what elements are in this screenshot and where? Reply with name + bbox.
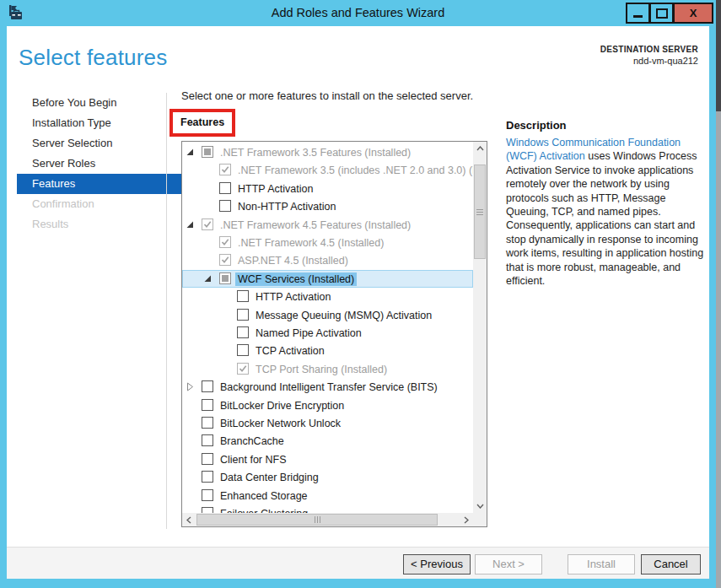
close-button[interactable]: X <box>674 3 713 24</box>
tree-item-enhanced-storage[interactable]: Enhanced Storage <box>182 487 473 504</box>
sidebar-divider <box>166 93 167 529</box>
tree-item-branchcache[interactable]: BranchCache <box>182 432 473 450</box>
checkbox-unchecked[interactable] <box>237 344 249 356</box>
destination-server-name: ndd-vm-qua212 <box>600 56 698 66</box>
checkbox-unchecked[interactable] <box>202 434 213 446</box>
sidebar-item-before-you-begin[interactable]: Before You Begin <box>32 93 116 113</box>
tree-item-label: .NET Framework 3.5 Features (Installed) <box>218 146 413 159</box>
sidebar-item-features[interactable]: Features <box>17 174 181 194</box>
vertical-scroll-thumb[interactable] <box>474 165 486 259</box>
tree-item-bitlocker-drive-encryption[interactable]: BitLocker Drive Encryption <box>182 396 473 414</box>
tree-item-tcp-activation[interactable]: TCP Activation <box>182 342 473 359</box>
sidebar-item-results: Results <box>32 214 68 235</box>
horizontal-scrollbar[interactable] <box>182 513 473 526</box>
sidebar-item-server-roles[interactable]: Server Roles <box>32 154 95 174</box>
tree-item-label: TCP Port Sharing (Installed) <box>253 363 390 376</box>
tree-item-message-queuing-msmq-activation[interactable]: Message Queuing (MSMQ) Activation <box>182 306 473 324</box>
tree-item-label: HTTP Activation <box>235 182 315 196</box>
checkbox-unchecked[interactable] <box>219 200 231 212</box>
checkbox-unchecked[interactable] <box>237 309 249 321</box>
features-label: Features <box>180 116 224 128</box>
tree-item-label: Message Queuing (MSMQ) Activation <box>253 309 434 322</box>
destination-server-label: DESTINATION SERVER <box>600 45 698 54</box>
tree-item-tcp-port-sharing-installed[interactable]: TCP Port Sharing (Installed) <box>182 360 473 378</box>
tree-item-failover-clustering[interactable]: Failover Clustering <box>182 504 473 513</box>
tree-item-non-http-activation[interactable]: Non-HTTP Activation <box>182 197 473 215</box>
checkbox-checked <box>237 363 249 375</box>
checkbox-unchecked[interactable] <box>202 489 213 501</box>
wizard-nav: Before You BeginInstallation TypeServer … <box>7 26 167 549</box>
minimize-button[interactable] <box>626 3 650 24</box>
checkbox-unchecked[interactable] <box>202 471 213 483</box>
checkbox-unchecked[interactable] <box>237 326 249 338</box>
collapse-icon[interactable] <box>203 274 213 283</box>
maximize-icon <box>656 8 668 19</box>
tree-item-label: HTTP Activation <box>253 290 333 304</box>
tree-item-net-framework-4-5-installed[interactable]: .NET Framework 4.5 (Installed) <box>182 234 473 251</box>
wizard-content: Select features DESTINATION SERVER ndd-v… <box>7 26 709 579</box>
tree-item-label: Enhanced Storage <box>218 489 310 503</box>
vertical-scrollbar[interactable] <box>473 142 487 513</box>
features-tree: .NET Framework 3.5 Features (Installed).… <box>181 141 487 527</box>
collapse-icon[interactable] <box>186 148 195 157</box>
tree-item-http-activation[interactable]: HTTP Activation <box>182 180 473 197</box>
maximize-button[interactable] <box>650 3 674 24</box>
checkbox-unchecked[interactable] <box>202 453 213 465</box>
checkbox-checked <box>219 164 231 175</box>
annotation-box: Features <box>169 109 235 137</box>
tree-item-data-center-bridging[interactable]: Data Center Bridging <box>182 468 473 486</box>
checkbox-unchecked[interactable] <box>202 399 213 411</box>
tree-item-http-activation[interactable]: HTTP Activation <box>182 288 473 305</box>
tree-item-label: Named Pipe Activation <box>253 326 364 340</box>
background-sliver <box>716 0 721 111</box>
previous-button[interactable]: < Previous <box>403 554 471 575</box>
tree-item-label: Failover Clustering <box>218 507 310 513</box>
scroll-up-arrow-icon[interactable] <box>473 142 487 155</box>
description-text: uses Windows Process Activation Service … <box>506 150 703 287</box>
checkbox-checked <box>202 218 213 230</box>
tree-item-net-framework-3-5-includes-net-2-0-and-3-0-installed[interactable]: .NET Framework 3.5 (includes .NET 2.0 an… <box>182 161 473 179</box>
checkbox-indeterminate <box>202 146 213 158</box>
sidebar-item-installation-type[interactable]: Installation Type <box>32 113 111 133</box>
tree-item-label: Client for NFS <box>218 453 289 467</box>
tree-item-label: .NET Framework 3.5 (includes .NET 2.0 an… <box>235 164 473 177</box>
window-title: Add Roles and Features Wizard <box>0 6 716 19</box>
cancel-button[interactable]: Cancel <box>641 554 701 575</box>
description-heading: Description <box>506 119 567 132</box>
tree-item-label: TCP Activation <box>253 344 327 358</box>
checkbox-indeterminate[interactable] <box>219 272 231 284</box>
scroll-left-arrow-icon[interactable] <box>182 513 196 526</box>
scroll-right-arrow-icon[interactable] <box>460 513 473 526</box>
tree-item-wcf-services-installed[interactable]: WCF Services (Installed) <box>182 270 473 288</box>
tree-item-net-framework-4-5-features-installed[interactable]: .NET Framework 4.5 Features (Installed) <box>182 216 473 234</box>
next-button: Next > <box>475 554 542 575</box>
scroll-down-arrow-icon[interactable] <box>473 499 487 513</box>
checkbox-unchecked[interactable] <box>202 417 213 429</box>
tree-item-client-for-nfs[interactable]: Client for NFS <box>182 450 473 468</box>
close-icon: X <box>690 7 697 19</box>
tree-item-label: Data Center Bridging <box>218 471 321 484</box>
tree-item-label: BitLocker Drive Encryption <box>218 399 347 413</box>
tree-item-background-intelligent-transfer-service-bits[interactable]: Background Intelligent Transfer Service … <box>182 378 473 396</box>
collapse-icon[interactable] <box>186 220 195 229</box>
sidebar-item-server-selection[interactable]: Server Selection <box>32 133 112 154</box>
expand-icon[interactable] <box>186 382 195 391</box>
titlebar[interactable]: Add Roles and Features Wizard X <box>0 0 716 26</box>
screen: Add Roles and Features Wizard X Select f… <box>0 0 721 588</box>
sidebar-item-confirmation: Confirmation <box>32 194 94 214</box>
wizard-window: Add Roles and Features Wizard X Select f… <box>0 0 716 588</box>
checkbox-unchecked[interactable] <box>237 290 249 302</box>
tree-item-net-framework-3-5-features-installed[interactable]: .NET Framework 3.5 Features (Installed) <box>182 143 473 161</box>
checkbox-unchecked[interactable] <box>219 182 231 194</box>
checkbox-unchecked[interactable] <box>202 380 213 392</box>
tree-item-asp-net-4-5-installed[interactable]: ASP.NET 4.5 (Installed) <box>182 251 473 269</box>
destination-server-block: DESTINATION SERVER ndd-vm-qua212 <box>600 45 698 66</box>
tree-item-label: Background Intelligent Transfer Service … <box>218 380 440 394</box>
tree-item-named-pipe-activation[interactable]: Named Pipe Activation <box>182 324 473 342</box>
features-tree-viewport: .NET Framework 3.5 Features (Installed).… <box>182 142 473 513</box>
horizontal-scroll-thumb[interactable] <box>196 514 438 526</box>
checkbox-unchecked[interactable] <box>202 507 213 513</box>
tree-item-bitlocker-network-unlock[interactable]: BitLocker Network Unlock <box>182 414 473 432</box>
checkbox-checked <box>219 236 231 248</box>
install-button: Install <box>568 554 635 575</box>
